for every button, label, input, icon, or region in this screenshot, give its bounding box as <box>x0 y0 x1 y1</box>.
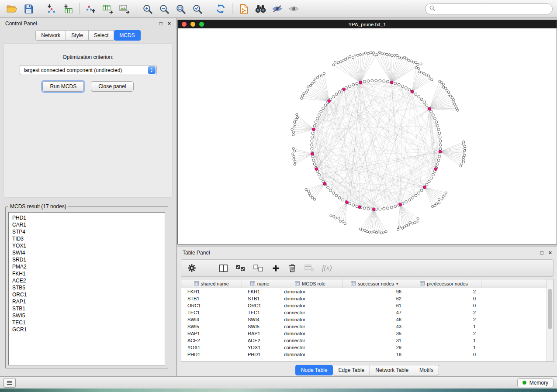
table-row[interactable]: STB1STB1dominator620 <box>181 295 547 302</box>
mcds-result-item[interactable]: PMA2 <box>12 263 161 270</box>
cell-name[interactable]: FKH1 <box>242 288 278 296</box>
mcds-result-item[interactable]: SWI5 <box>12 312 161 319</box>
deselect-all-button[interactable] <box>253 263 263 273</box>
memory-button[interactable]: Memory <box>517 378 554 387</box>
mcds-result-item[interactable]: SWI4 <box>12 249 161 256</box>
maximize-window-icon[interactable] <box>199 22 204 27</box>
show-graphics-details-icon[interactable] <box>286 2 301 15</box>
network-graph[interactable] <box>178 28 557 244</box>
cell-successor-nodes[interactable]: 31 <box>343 337 407 344</box>
cell-predecessor-nodes[interactable]: 0 <box>407 295 481 302</box>
delete-row-button[interactable] <box>288 263 297 273</box>
search-in-network-icon[interactable] <box>253 2 268 15</box>
mcds-result-item[interactable]: TID3 <box>12 235 161 242</box>
mcds-result-item[interactable]: PHD1 <box>12 214 161 221</box>
table-row[interactable]: PHD1PHD1dominator180 <box>181 351 547 358</box>
apply-preferred-layout-icon[interactable] <box>213 2 228 15</box>
cell-predecessor-nodes[interactable]: 2 <box>407 330 481 337</box>
close-mcds-panel-button[interactable]: Close panel <box>91 81 133 92</box>
mcds-result-item[interactable]: STB5 <box>12 284 161 291</box>
table-scrollbar-thumb[interactable] <box>548 289 552 329</box>
cell-shared-name[interactable]: PHD1 <box>181 351 242 358</box>
cell-shared-name[interactable]: YOX1 <box>181 344 242 351</box>
table-row[interactable]: ORC1ORC1dominator610 <box>181 302 547 309</box>
cell-shared-name[interactable]: TEC1 <box>181 309 242 316</box>
export-image-icon[interactable] <box>117 2 132 15</box>
zoom-fit-icon[interactable] <box>173 2 188 15</box>
mcds-result-item[interactable]: RAP1 <box>12 298 161 305</box>
table-row[interactable]: RAP1RAP1dominator352 <box>181 330 547 337</box>
optimization-criterion-select[interactable]: largest connected component (undirected)… <box>20 65 157 75</box>
column-header-name[interactable]: name <box>242 279 278 288</box>
cell-name[interactable]: SWI5 <box>242 323 278 330</box>
minimize-window-icon[interactable] <box>190 22 195 27</box>
close-table-panel-icon[interactable]: × <box>549 250 552 255</box>
cell-name[interactable]: SWI4 <box>242 316 278 323</box>
cell-predecessor-nodes[interactable]: 0 <box>407 351 481 358</box>
column-header-mcds-role[interactable]: MCDS role <box>278 279 343 288</box>
tab-network[interactable]: Network <box>35 30 66 41</box>
tab-network-table[interactable]: Network Table <box>370 365 414 375</box>
cell-successor-nodes[interactable]: 96 <box>343 288 407 296</box>
run-mcds-button[interactable]: Run MCDS <box>42 81 84 92</box>
show-columns-button[interactable] <box>219 263 228 273</box>
cell-mcds-role[interactable]: connector <box>278 323 343 330</box>
cell-successor-nodes[interactable]: 35 <box>343 330 407 337</box>
column-options-icon[interactable] <box>194 281 199 286</box>
mcds-result-item[interactable]: FKH1 <box>12 270 161 277</box>
tab-edge-table[interactable]: Edge Table <box>333 365 370 375</box>
select-all-button[interactable] <box>235 263 246 273</box>
search-box[interactable] <box>425 3 553 14</box>
zoom-in-icon[interactable] <box>140 2 155 15</box>
import-table-from-file-icon[interactable] <box>61 2 76 15</box>
cell-shared-name[interactable]: ORC1 <box>181 302 242 309</box>
cell-predecessor-nodes[interactable]: 2 <box>407 309 481 316</box>
mcds-result-list[interactable]: PHD1CAR1STP4TID3YOX1SWI4SRD1PMA2FKH1ACE2… <box>8 212 165 365</box>
mcds-result-item[interactable]: STB1 <box>12 305 161 312</box>
cell-mcds-role[interactable]: dominator <box>278 330 343 337</box>
float-table-panel-icon[interactable]: □ <box>540 250 543 255</box>
cell-predecessor-nodes[interactable]: 1 <box>407 337 481 344</box>
cell-mcds-role[interactable]: dominator <box>278 302 343 309</box>
table-row[interactable]: ACE2ACE2connector311 <box>181 337 547 344</box>
mcds-result-item[interactable]: TEC1 <box>12 319 161 326</box>
close-panel-icon[interactable]: × <box>168 21 171 26</box>
column-header-shared-name[interactable]: shared name <box>181 279 242 288</box>
mcds-result-item[interactable]: CAR1 <box>12 221 161 228</box>
network-window-titlebar[interactable]: YPA_prune.txt_1 <box>178 20 557 28</box>
add-row-button[interactable] <box>271 263 280 273</box>
cell-successor-nodes[interactable]: 43 <box>343 323 407 330</box>
tab-select[interactable]: Select <box>89 30 114 41</box>
task-history-button[interactable] <box>3 378 16 388</box>
mcds-result-item[interactable]: SRD1 <box>12 256 161 263</box>
export-table-icon[interactable] <box>100 2 115 15</box>
search-input[interactable] <box>438 5 548 12</box>
cell-predecessor-nodes[interactable]: 1 <box>407 344 481 351</box>
cell-shared-name[interactable]: STB1 <box>181 295 242 302</box>
table-row[interactable]: TEC1TEC1connector472 <box>181 309 547 316</box>
cell-successor-nodes[interactable]: 18 <box>343 351 407 358</box>
export-network-icon[interactable] <box>84 2 99 15</box>
mcds-result-item[interactable]: ORC1 <box>12 291 161 298</box>
open-file-icon[interactable] <box>4 2 19 15</box>
cell-name[interactable]: YOX1 <box>242 344 278 351</box>
cell-successor-nodes[interactable]: 29 <box>343 344 407 351</box>
tab-mcds[interactable]: MCDS <box>114 30 140 41</box>
table-row[interactable]: SWI4SWI4dominator462 <box>181 316 547 323</box>
import-network-from-file-icon[interactable] <box>44 2 59 15</box>
cell-mcds-role[interactable]: connector <box>278 309 343 316</box>
mcds-result-item[interactable]: YOX1 <box>12 242 161 249</box>
cell-mcds-role[interactable]: connector <box>278 337 343 344</box>
save-session-icon[interactable] <box>21 2 36 15</box>
hide-graphics-details-icon[interactable] <box>270 2 284 15</box>
cell-shared-name[interactable]: SWI5 <box>181 323 242 330</box>
table-row[interactable]: YOX1YOX1connector291 <box>181 344 547 351</box>
tab-node-table[interactable]: Node Table <box>295 365 333 375</box>
column-header-successor-nodes[interactable]: successor nodes▾ <box>343 279 407 288</box>
cell-successor-nodes[interactable]: 46 <box>343 316 407 323</box>
table-scrollbar[interactable] <box>547 279 553 361</box>
mcds-result-item[interactable]: ACE2 <box>12 277 161 284</box>
table-row[interactable]: FKH1FKH1dominator962 <box>181 288 547 296</box>
network-canvas[interactable] <box>178 28 557 244</box>
mcds-result-item[interactable]: STP4 <box>12 228 161 235</box>
